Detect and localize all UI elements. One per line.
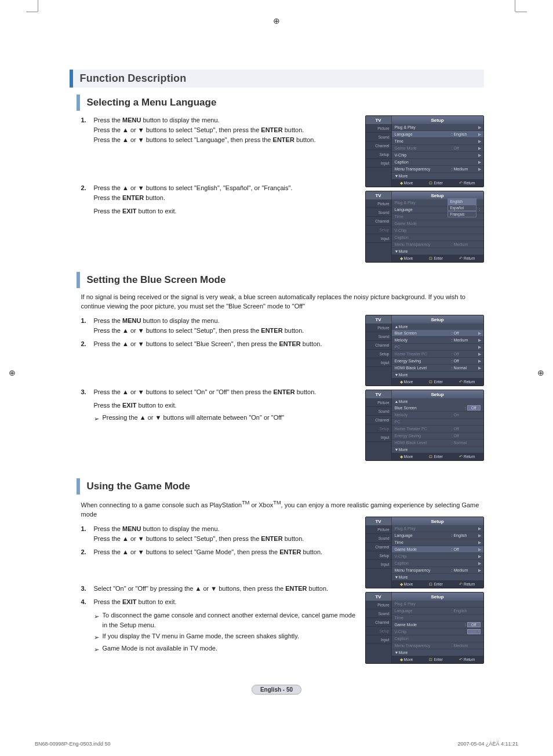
osd-more-up: ▲More — [392, 324, 483, 330]
osd-row-selected: Blue Screen: Off▶ — [392, 330, 483, 337]
note-arrow-icon: ➢ — [94, 612, 99, 630]
osd-row: Game Mode: Off▶ — [392, 145, 483, 152]
subsection-title-gamemode: Using the Game Mode — [77, 478, 484, 495]
step-number: 3. — [81, 584, 94, 594]
osd-row-selected: Language: English▶ — [392, 131, 483, 138]
osd-lang-es: Español — [448, 205, 476, 211]
step-number: 2. — [81, 547, 94, 557]
registration-mark-icon: ⊕ — [273, 16, 280, 26]
osd-tv-label: TV — [366, 116, 392, 124]
osd-footer: ◆Move⊡Enter↶Return — [392, 580, 483, 588]
osd-row: Melody: On — [392, 412, 483, 419]
subsection-title-bluescreen: Setting the Blue Screen Mode — [77, 272, 484, 288]
osd-row: Menu Transparency: Medium — [392, 241, 483, 248]
osd-row: Plug & Play▶ — [392, 124, 483, 131]
osd-more: ▼More — [392, 649, 483, 656]
osd-more: ▼More — [392, 574, 483, 580]
step-number: 2. — [81, 339, 94, 349]
osd-lang-en: English — [448, 198, 476, 205]
osd-side-setup: Setup — [366, 424, 391, 433]
osd-row: Caption — [392, 234, 483, 241]
osd-side-input: Input — [366, 560, 391, 569]
osd-row: PC▶ — [392, 344, 483, 351]
intro-text: If no signal is being received or the si… — [81, 293, 484, 311]
osd-side-setup: Setup — [366, 150, 391, 159]
osd-side-sound: Sound — [366, 534, 391, 543]
osd-tv-label: TV — [366, 191, 392, 199]
osd-side-channel: Channel — [366, 341, 391, 350]
doc-footer-right: 2007-05-04 ¿ÀÈÄ 4:11:21 — [457, 741, 518, 747]
osd-side-picture: Picture — [366, 601, 391, 609]
osd-row: Language: English — [392, 608, 483, 615]
osd-setup-bluescreen-drop: TVSetup Picture Sound Channel Setup Inpu… — [365, 390, 484, 461]
osd-row: Menu Transparency: Medium▶ — [392, 567, 483, 574]
osd-side-channel: Channel — [366, 543, 391, 551]
note-arrow-icon: ➢ — [94, 645, 99, 655]
osd-row: Home Theater PC: Off — [392, 426, 483, 432]
osd-more-up: ▲More — [392, 398, 483, 405]
osd-row: Menu Transparency: Medium▶ — [392, 166, 483, 173]
step-number: 1. — [81, 524, 94, 544]
osd-footer: ◆Move⊡Enter↶Return — [392, 179, 483, 187]
osd-side-input: Input — [366, 159, 391, 168]
osd-title: Setup — [392, 315, 483, 324]
osd-title: Setup — [392, 116, 483, 124]
osd-side-picture: Picture — [366, 324, 391, 332]
osd-setup-gamemode-drop: TVSetup Picture Sound Channel Setup Inpu… — [365, 592, 484, 664]
osd-side-picture: Picture — [366, 199, 391, 208]
osd-row: Game Mode: Off — [392, 621, 483, 628]
osd-side-input: Input — [366, 358, 391, 367]
step-number: 3. — [81, 387, 94, 397]
osd-setup-bluescreen: TVSetup Picture Sound Channel Setup Inpu… — [365, 315, 484, 386]
osd-more: ▼More — [392, 372, 483, 378]
osd-tv-label: TV — [366, 390, 392, 398]
subsection-title-language: Selecting a Menu Language — [77, 94, 484, 111]
osd-row: Energy Saving: Off▶ — [392, 358, 483, 365]
osd-side-sound: Sound — [366, 332, 391, 341]
osd-footer: ◆Move⊡Enter↶Return — [392, 255, 483, 262]
osd-language-options: English Español Français — [448, 198, 476, 217]
osd-tv-label: TV — [366, 517, 392, 525]
osd-side-picture: Picture — [366, 124, 391, 133]
osd-row: Home Theater PC: Off▶ — [392, 351, 483, 358]
note-arrow-icon: ➢ — [94, 414, 99, 424]
osd-footer: ◆Move⊡Enter↶Return — [392, 453, 483, 460]
osd-row: Caption▶ — [392, 159, 483, 166]
osd-side-channel: Channel — [366, 416, 391, 424]
step-number: 1. — [81, 115, 94, 145]
doc-footer-left: BN68-00998P-Eng-0503.indd 50 — [35, 741, 111, 747]
osd-row: Menu Transparency: Medium — [392, 642, 483, 649]
osd-side-input: Input — [366, 234, 391, 243]
osd-row: Plug & Play▶ — [392, 525, 483, 532]
osd-row: V-Chip — [392, 227, 483, 234]
osd-more: ▼More — [392, 446, 483, 453]
osd-more: ▼More — [392, 248, 483, 255]
step-number: 4. — [81, 597, 94, 607]
osd-side-channel: Channel — [366, 141, 391, 150]
osd-more: ▼More — [392, 173, 483, 179]
osd-row: Plug & Play — [392, 601, 483, 608]
osd-side-setup: Setup — [366, 627, 391, 635]
osd-side-sound: Sound — [366, 609, 391, 618]
osd-footer: ◆Move⊡Enter↶Return — [392, 378, 483, 386]
osd-row: V-Chip▶ — [392, 553, 483, 560]
step-number: 1. — [81, 316, 94, 336]
osd-setup-gamemode: TVSetup Picture Sound Channel Setup Inpu… — [365, 517, 484, 588]
note-arrow-icon: ➢ — [94, 633, 99, 642]
osd-side-channel: Channel — [366, 618, 391, 627]
registration-mark-icon: ⊕ — [0, 754, 553, 756]
page-number-pill: English - 50 — [252, 685, 301, 695]
osd-row: V-Chip▶ — [392, 152, 483, 159]
osd-title: Setup — [392, 593, 483, 601]
osd-side-input: Input — [366, 433, 391, 442]
osd-side-sound: Sound — [366, 133, 391, 141]
osd-side-picture: Picture — [366, 398, 391, 407]
osd-row-selected: Game Mode: Off▶ — [392, 546, 483, 553]
osd-title: Setup — [392, 517, 483, 525]
osd-footer: ◆Move⊡Enter↶Return — [392, 656, 483, 663]
osd-row: Game Mode — [392, 220, 483, 227]
osd-row: HDMI Black Level: Normal — [392, 439, 483, 446]
osd-side-setup: Setup — [366, 350, 391, 358]
osd-row: Melody: Medium▶ — [392, 337, 483, 344]
osd-side-picture: Picture — [366, 525, 391, 534]
